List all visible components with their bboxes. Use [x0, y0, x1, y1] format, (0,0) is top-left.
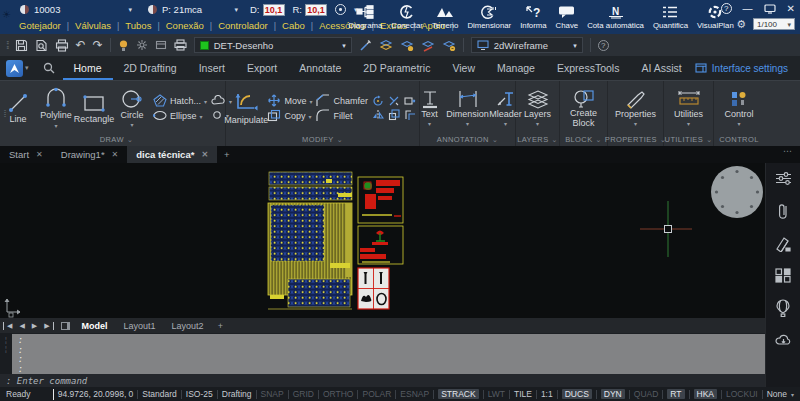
menu-item-valvulas[interactable]: Válvulas — [69, 20, 117, 31]
caret-down-icon[interactable]: ▾ — [204, 98, 207, 105]
layer-on-icon[interactable] — [400, 39, 414, 52]
diagrama-button[interactable]: Diagrama — [344, 0, 387, 34]
diameter-input[interactable]: 10,1 — [263, 4, 285, 16]
status-dim-style[interactable]: ISO-25 — [186, 389, 213, 399]
print-icon[interactable] — [55, 39, 69, 52]
status-scale[interactable]: 1:1 — [541, 389, 553, 399]
ribbon-tab-annotate[interactable]: Annotate — [288, 56, 352, 80]
scale-icon[interactable] — [388, 109, 400, 121]
command-panel-rail[interactable]: ¦¦ — [0, 333, 12, 374]
polyline-button[interactable]: Polyline ▾ — [39, 87, 73, 128]
next-layout-button[interactable]: ▶ — [29, 322, 40, 330]
lamp-icon[interactable] — [118, 39, 129, 52]
control-button[interactable]: Control ▾ — [722, 89, 756, 127]
radius-input[interactable]: 10,1 — [305, 4, 327, 16]
status-snap-toggle[interactable]: SNAP — [261, 389, 284, 399]
new-document-tab-button[interactable]: + — [217, 146, 237, 163]
modify-panel-footer[interactable]: MODIFY ⌄ — [226, 133, 419, 146]
layers-panel-footer[interactable]: LAYERS ⌄ — [516, 133, 559, 146]
caret-down-icon[interactable]: ▾ — [536, 120, 539, 127]
layer-dropdown[interactable]: DET-Desenho ▾ — [194, 37, 352, 53]
menu-item-controlador[interactable]: Controlador — [212, 20, 274, 31]
first-layout-button[interactable]: ◀ — [3, 322, 15, 330]
caret-down-icon[interactable]: ▾ — [309, 98, 312, 105]
status-dyn-toggle[interactable]: DYN — [601, 389, 625, 399]
caret-down-icon[interactable]: ▾ — [687, 120, 690, 127]
quantifica-button[interactable]: Quantifica — [648, 0, 692, 34]
layers-button[interactable]: Layers ▾ — [521, 89, 555, 127]
layer-settings-icon[interactable] — [136, 39, 148, 51]
doc-tab-dica-tecnica[interactable]: dica técnica* ✕ — [127, 146, 217, 163]
properties-sliders-icon[interactable] — [775, 171, 792, 186]
layer-off-icon[interactable] — [421, 39, 435, 52]
status-lwt-toggle[interactable]: LWT — [488, 389, 505, 399]
caret-down-icon[interactable]: ▾ — [25, 64, 29, 72]
caret-down-icon[interactable]: ▾ — [200, 113, 203, 120]
attachments-paperclip-icon[interactable] — [777, 202, 789, 220]
cloud-247-icon[interactable] — [775, 333, 792, 346]
layer-isolate-icon[interactable] — [379, 39, 393, 52]
ribbon-tab-2d-drafting[interactable]: 2D Drafting — [113, 56, 188, 80]
caret-down-icon[interactable]: ▾ — [466, 120, 469, 127]
ribbon-tab-manage[interactable]: Manage — [486, 56, 546, 80]
menu-item-conexao[interactable]: Conexão — [160, 20, 210, 31]
save-icon[interactable] — [15, 39, 28, 52]
ribbon-tab-export[interactable]: Export — [236, 56, 288, 80]
help-button[interactable]: ? — [721, 3, 732, 14]
create-block-button[interactable]: Create Block — [563, 88, 604, 128]
prev-layout-button[interactable]: ◀ — [16, 322, 27, 330]
command-input[interactable]: : Enter command — [0, 374, 765, 387]
maximize-button[interactable] — [764, 4, 776, 14]
layout-list-icon[interactable] — [61, 322, 70, 330]
status-ortho-toggle[interactable]: ORTHO — [323, 389, 354, 399]
status-grid-toggle[interactable]: GRID — [293, 389, 314, 399]
ribbon-tab-view[interactable]: View — [441, 56, 486, 80]
dock-handle-icon[interactable]: ⋯ — [783, 146, 792, 156]
scale-dropdown[interactable]: 1/100 ▾ — [753, 18, 795, 30]
menu-item-gotejador[interactable]: Gotejador — [13, 20, 67, 31]
chamfer-button[interactable]: Chamfer — [316, 94, 368, 107]
status-quad-toggle[interactable]: QUAD — [634, 389, 659, 399]
doc-tab-start[interactable]: Start ✕ — [0, 146, 52, 163]
status-annotation-monitor[interactable]: None — [767, 389, 787, 399]
drawing-canvas[interactable] — [0, 163, 765, 318]
close-icon[interactable]: ✕ — [201, 150, 208, 159]
command-history[interactable]: :::: — [12, 334, 765, 374]
status-caret-icon[interactable]: ▾ — [791, 391, 794, 398]
ribbon-tab-ai-assist[interactable]: AI Assist — [630, 56, 692, 80]
ribbon-tab-insert[interactable]: Insert — [188, 56, 236, 80]
application-menu-button[interactable] — [6, 60, 23, 77]
menu-item-cabo[interactable]: Cabo — [276, 20, 311, 31]
layout-tab-model[interactable]: Model — [74, 321, 116, 331]
rotate-icon[interactable] — [372, 95, 384, 107]
copy-button[interactable]: Copy ▾ — [267, 109, 312, 122]
status-hka-toggle[interactable]: HKA — [694, 389, 717, 399]
block-panel-footer[interactable]: BLOCK ⌄ — [560, 133, 607, 146]
dimension-button[interactable]: Dimension ▾ — [451, 89, 485, 127]
emitter-dropdown[interactable]: 10003 ▾ — [16, 3, 136, 17]
last-layout-button[interactable]: ▶ — [41, 322, 53, 330]
menu-item-tubos[interactable]: Tubos — [119, 20, 157, 31]
close-icon[interactable]: ✕ — [112, 150, 119, 159]
ribbon-tab-2d-parametric[interactable]: 2D Parametric — [352, 56, 441, 80]
caret-down-icon[interactable]: ▾ — [54, 122, 57, 129]
blocks-grid-icon[interactable] — [775, 268, 791, 283]
caret-down-icon[interactable]: ▾ — [737, 120, 740, 127]
whats-new-balloon-icon[interactable] — [776, 299, 790, 317]
plot-preview-icon[interactable] — [35, 39, 48, 52]
close-button[interactable]: ✕ — [787, 3, 795, 14]
conectar-button[interactable]: Conectar — [387, 0, 428, 34]
dimensionar-button[interactable]: Dimensionar — [463, 0, 516, 34]
caret-down-icon[interactable]: ▾ — [130, 121, 133, 128]
status-workspace[interactable]: Drafting — [222, 389, 252, 399]
new-layout-button[interactable]: + — [212, 321, 229, 331]
undo-icon[interactable]: ↶ — [76, 39, 86, 51]
draw-panel-footer[interactable]: DRAW ⌄ — [8, 133, 225, 146]
line-button[interactable]: Line — [1, 92, 35, 124]
status-text-style[interactable]: Standard — [142, 389, 177, 399]
caret-down-icon[interactable]: ▾ — [504, 120, 507, 127]
informa-button[interactable]: ? Informa — [516, 0, 551, 34]
settings-gear-icon[interactable]: ⚙ — [736, 19, 746, 30]
close-icon[interactable]: ✕ — [36, 150, 43, 159]
rectangle-button[interactable]: Rectangle — [77, 92, 111, 124]
